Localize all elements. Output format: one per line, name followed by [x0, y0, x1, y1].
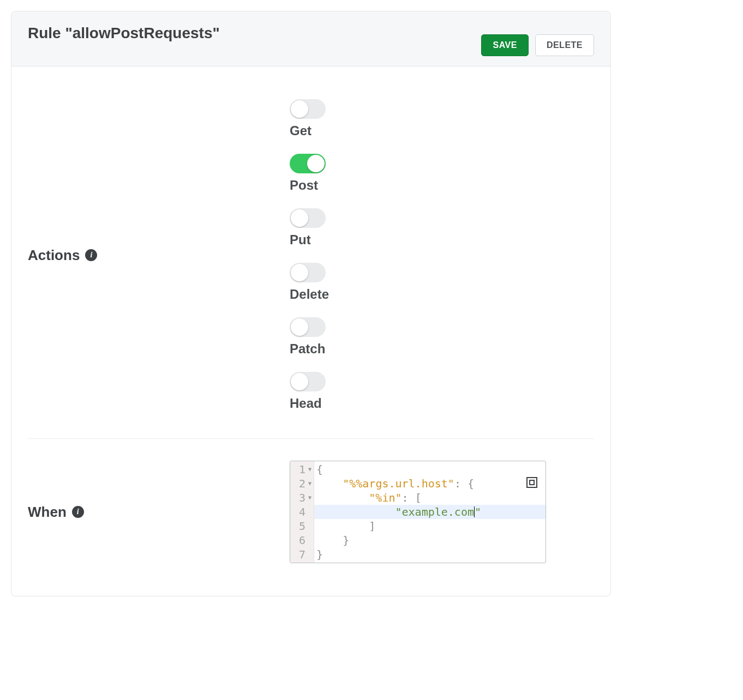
toggle-label: Head [290, 396, 322, 411]
code-line: "%%args.url.host": { [314, 476, 546, 491]
toggle-item-put: Put [290, 208, 594, 248]
fullscreen-icon[interactable] [525, 476, 538, 489]
fold-icon[interactable] [307, 462, 313, 476]
editor-code-area[interactable]: { "%%args.url.host": { "%in": [ "example… [314, 461, 546, 563]
fold-icon[interactable] [307, 476, 313, 491]
line-number: 3 [296, 491, 305, 505]
toggle-label: Post [290, 178, 318, 193]
code-line: } [314, 547, 546, 562]
page-title: Rule "allowPostRequests" [28, 25, 220, 42]
editor-gutter: 1234567 [290, 461, 314, 563]
toggle-get[interactable] [290, 99, 326, 119]
gutter-line: 7 [296, 547, 313, 562]
actions-toggle-group: GetPostPutDeletePatchHead [290, 99, 594, 411]
rule-panel: Rule "allowPostRequests" SAVE DELETE Act… [11, 11, 611, 596]
actions-label: Actions [28, 247, 80, 264]
toggle-knob [291, 318, 308, 336]
panel-body: Actions i GetPostPutDeletePatchHead When… [11, 67, 610, 596]
gutter-line: 5 [296, 519, 313, 533]
toggle-item-post: Post [290, 154, 594, 193]
toggle-put[interactable] [290, 208, 326, 228]
toggle-label: Patch [290, 341, 325, 357]
toggle-delete[interactable] [290, 263, 326, 282]
gutter-line: 6 [296, 533, 313, 547]
actions-row: Actions i GetPostPutDeletePatchHead [28, 99, 594, 439]
info-icon[interactable]: i [72, 506, 84, 518]
header-buttons: SAVE DELETE [481, 34, 594, 56]
toggle-knob [291, 209, 308, 227]
toggle-item-head: Head [290, 372, 594, 411]
code-line: } [314, 533, 546, 547]
toggle-item-delete: Delete [290, 263, 594, 302]
toggle-label: Put [290, 232, 311, 248]
line-number: 7 [296, 547, 305, 562]
line-number: 1 [296, 462, 305, 476]
gutter-line: 1 [296, 462, 313, 476]
line-number: 2 [296, 476, 305, 491]
save-button[interactable]: SAVE [481, 34, 528, 56]
gutter-line: 3 [296, 491, 313, 505]
line-number: 6 [296, 533, 305, 547]
gutter-line: 2 [296, 476, 313, 491]
panel-header: Rule "allowPostRequests" SAVE DELETE [11, 11, 610, 67]
gutter-line: 4 [296, 505, 313, 519]
when-label: When [28, 504, 67, 521]
toggle-patch[interactable] [290, 317, 326, 337]
delete-button[interactable]: DELETE [535, 34, 594, 56]
line-number: 5 [296, 519, 305, 533]
svg-rect-1 [530, 480, 534, 485]
when-row: When i 1234567 { "%%args.url.host": { "%… [28, 461, 594, 580]
info-icon[interactable]: i [85, 249, 97, 261]
fold-icon[interactable] [307, 491, 313, 505]
toggle-knob [291, 373, 308, 390]
toggle-item-patch: Patch [290, 317, 594, 357]
toggle-label: Get [290, 123, 311, 138]
actions-label-col: Actions i [28, 247, 290, 264]
code-line: ] [314, 519, 546, 533]
toggle-knob [307, 155, 325, 172]
toggle-knob [291, 100, 308, 118]
code-line: { [314, 462, 546, 476]
toggle-label: Delete [290, 287, 329, 302]
when-editor-wrap: 1234567 { "%%args.url.host": { "%in": [ … [290, 461, 546, 563]
when-label-col: When i [28, 504, 290, 521]
actions-control-col: GetPostPutDeletePatchHead [290, 99, 594, 411]
svg-rect-0 [527, 478, 537, 487]
toggle-head[interactable] [290, 372, 326, 391]
when-code-editor[interactable]: 1234567 { "%%args.url.host": { "%in": [ … [290, 461, 546, 563]
toggle-post[interactable] [290, 154, 326, 173]
toggle-knob [291, 264, 308, 281]
code-line: "%in": [ [314, 491, 546, 505]
line-number: 4 [296, 505, 305, 519]
when-control-col: 1234567 { "%%args.url.host": { "%in": [ … [290, 461, 594, 563]
code-line: "example.com" [314, 505, 546, 519]
toggle-item-get: Get [290, 99, 594, 138]
